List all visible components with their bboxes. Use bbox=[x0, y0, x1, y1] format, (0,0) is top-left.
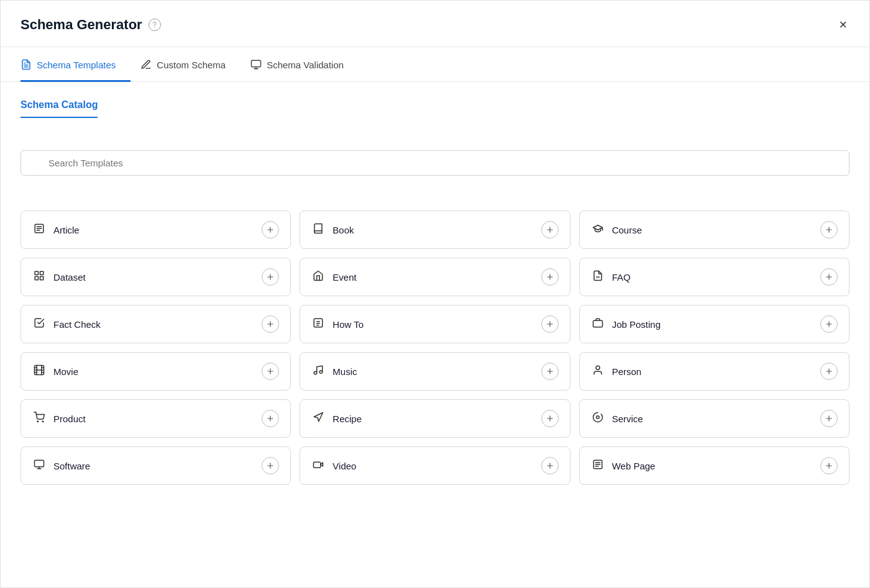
card-label-video: Video bbox=[332, 461, 356, 471]
card-left-software: Software bbox=[32, 459, 90, 473]
card-recipe[interactable]: Recipe bbox=[300, 399, 570, 438]
card-left-movie: Movie bbox=[32, 364, 78, 379]
schema-grid: Article Book Course Dataset bbox=[21, 210, 849, 485]
section-header: Schema Catalog bbox=[21, 99, 849, 135]
card-label-movie: Movie bbox=[53, 366, 78, 377]
card-label-recipe: Recipe bbox=[332, 414, 362, 424]
card-left-faq: FAQ bbox=[591, 270, 631, 284]
add-faq-button[interactable] bbox=[820, 268, 838, 286]
add-music-button[interactable] bbox=[541, 363, 559, 380]
recipe-icon bbox=[311, 412, 325, 426]
card-book[interactable]: Book bbox=[300, 210, 570, 249]
tab-schema-validation[interactable]: Schema Validation bbox=[250, 48, 359, 82]
add-fact-check-button[interactable] bbox=[262, 315, 279, 333]
add-recipe-button[interactable] bbox=[541, 410, 559, 427]
card-left-dataset: Dataset bbox=[32, 270, 86, 284]
card-left-event: Event bbox=[311, 270, 356, 284]
add-person-button[interactable] bbox=[820, 363, 838, 380]
job-posting-icon bbox=[591, 317, 605, 332]
card-left-article: Article bbox=[32, 223, 80, 237]
card-left-video: Video bbox=[311, 459, 356, 473]
edit-icon bbox=[140, 59, 152, 70]
card-left-book: Book bbox=[311, 223, 354, 237]
svg-point-49 bbox=[37, 421, 39, 422]
article-icon bbox=[32, 223, 46, 237]
add-web-page-button[interactable] bbox=[820, 457, 838, 474]
svg-rect-63 bbox=[314, 462, 321, 468]
section-title: Schema Catalog bbox=[21, 99, 98, 110]
card-service[interactable]: Service bbox=[579, 399, 849, 438]
svg-rect-19 bbox=[35, 276, 38, 279]
card-left-product: Product bbox=[32, 412, 86, 426]
card-label-how-to: How To bbox=[332, 319, 364, 330]
svg-point-55 bbox=[596, 415, 599, 418]
help-icon[interactable]: ? bbox=[149, 19, 161, 31]
software-icon bbox=[32, 459, 46, 473]
add-event-button[interactable] bbox=[541, 268, 559, 286]
card-label-job-posting: Job Posting bbox=[612, 319, 661, 330]
card-label-article: Article bbox=[53, 225, 80, 235]
add-course-button[interactable] bbox=[820, 221, 838, 238]
card-label-fact-check: Fact Check bbox=[53, 319, 101, 330]
tab-custom-schema-label: Custom Schema bbox=[157, 60, 226, 70]
add-video-button[interactable] bbox=[541, 457, 559, 474]
card-how-to[interactable]: How To bbox=[300, 305, 570, 343]
add-service-button[interactable] bbox=[820, 410, 838, 427]
svg-rect-20 bbox=[40, 276, 44, 279]
close-button[interactable]: × bbox=[836, 16, 849, 34]
card-video[interactable]: Video bbox=[300, 446, 570, 485]
document-icon bbox=[21, 59, 32, 70]
add-how-to-button[interactable] bbox=[541, 315, 559, 333]
modal-container: Schema Generator ? × Schema Templates Cu… bbox=[0, 0, 870, 588]
svg-point-43 bbox=[320, 370, 323, 373]
card-left-how-to: How To bbox=[311, 317, 364, 332]
card-label-service: Service bbox=[612, 414, 643, 424]
service-icon bbox=[591, 412, 605, 426]
add-article-button[interactable] bbox=[262, 221, 279, 238]
card-left-job-posting: Job Posting bbox=[591, 317, 661, 332]
add-job-posting-button[interactable] bbox=[820, 315, 838, 333]
faq-icon bbox=[591, 270, 605, 284]
search-wrapper bbox=[21, 150, 849, 193]
add-movie-button[interactable] bbox=[262, 363, 279, 380]
tab-schema-templates[interactable]: Schema Templates bbox=[21, 48, 130, 82]
card-software[interactable]: Software bbox=[21, 446, 291, 485]
card-product[interactable]: Product bbox=[21, 399, 291, 438]
card-person[interactable]: Person bbox=[579, 352, 849, 391]
modal-title: Schema Generator bbox=[21, 17, 142, 33]
card-course[interactable]: Course bbox=[579, 210, 849, 249]
tab-schema-templates-label: Schema Templates bbox=[37, 60, 116, 70]
video-icon bbox=[311, 459, 325, 473]
modal-header: Schema Generator ? × bbox=[1, 1, 869, 47]
svg-point-46 bbox=[596, 366, 600, 369]
book-icon bbox=[311, 223, 325, 237]
card-left-course: Course bbox=[591, 223, 642, 237]
music-icon bbox=[311, 364, 325, 379]
card-left-service: Service bbox=[591, 412, 643, 426]
svg-rect-2 bbox=[252, 60, 261, 67]
card-article[interactable]: Article bbox=[21, 210, 291, 249]
add-dataset-button[interactable] bbox=[262, 268, 279, 286]
course-icon bbox=[591, 223, 605, 237]
card-label-product: Product bbox=[53, 414, 86, 424]
fact-check-icon bbox=[32, 317, 46, 332]
search-input[interactable] bbox=[21, 150, 849, 176]
modal-title-area: Schema Generator ? bbox=[21, 17, 161, 33]
card-left-recipe: Recipe bbox=[311, 412, 362, 426]
card-movie[interactable]: Movie bbox=[21, 352, 291, 391]
add-book-button[interactable] bbox=[541, 221, 559, 238]
add-software-button[interactable] bbox=[262, 457, 279, 474]
svg-rect-58 bbox=[35, 460, 44, 467]
card-faq[interactable]: FAQ bbox=[579, 258, 849, 296]
card-label-course: Course bbox=[612, 225, 642, 235]
card-job-posting[interactable]: Job Posting bbox=[579, 305, 849, 343]
svg-rect-18 bbox=[40, 271, 44, 274]
card-web-page[interactable]: Web Page bbox=[579, 446, 849, 485]
card-music[interactable]: Music bbox=[300, 352, 570, 391]
card-event[interactable]: Event bbox=[300, 258, 570, 296]
tab-custom-schema[interactable]: Custom Schema bbox=[140, 48, 240, 82]
card-dataset[interactable]: Dataset bbox=[21, 258, 291, 296]
card-fact-check[interactable]: Fact Check bbox=[21, 305, 291, 343]
content-area: Schema Catalog Article Book Course bbox=[1, 82, 869, 502]
add-product-button[interactable] bbox=[262, 410, 279, 427]
